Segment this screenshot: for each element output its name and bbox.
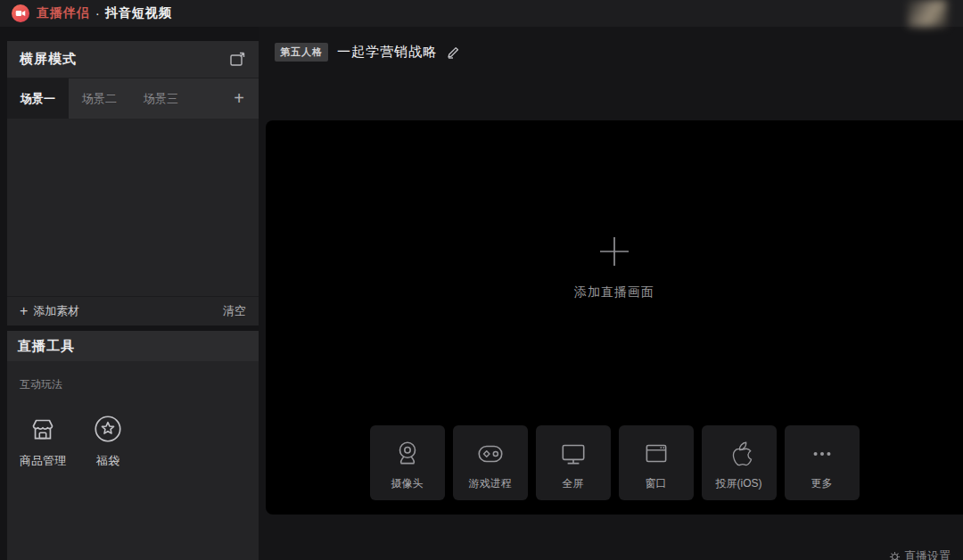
source-more-button[interactable]: 更多 (785, 425, 860, 500)
add-screen-label: 添加直播画面 (574, 284, 654, 301)
tool-label: 福袋 (96, 453, 119, 469)
source-label: 全屏 (563, 476, 584, 491)
product-name: 抖音短视频 (105, 5, 172, 21)
edit-title-icon[interactable] (446, 45, 460, 60)
lucky-bag-icon (91, 412, 125, 446)
material-actions-row: + 添加素材 清空 (7, 296, 259, 325)
scene-mode-title: 横屏模式 (20, 51, 77, 68)
interactive-play-label: 互动玩法 (20, 377, 246, 392)
add-material-label: 添加素材 (33, 303, 79, 319)
gear-icon (889, 551, 901, 560)
app-separator: · (95, 6, 100, 21)
user-avatar-blurred[interactable] (908, 0, 947, 27)
gamepad-icon (475, 439, 506, 469)
source-buttons-row: 摄像头 游戏进程 全屏 (266, 425, 963, 500)
tool-label: 商品管理 (20, 453, 66, 469)
live-tools-body: 互动玩法 商品管理 福袋 (7, 361, 259, 560)
source-label: 投屏(iOS) (716, 476, 762, 491)
source-window-button[interactable]: 窗口 (619, 425, 694, 500)
scene-tabs: 场景一 场景二 场景三 + (7, 78, 259, 119)
monitor-icon (558, 439, 588, 469)
titlebar: 直播伴侣 · 抖音短视频 (0, 0, 963, 27)
room-title: 一起学营销战略 (337, 44, 437, 61)
stage-header: 第五人格 一起学营销战略 (275, 43, 460, 62)
apple-icon (724, 439, 754, 469)
source-label: 游戏进程 (469, 476, 512, 491)
tool-product-manage[interactable]: 商品管理 (20, 412, 66, 469)
source-fullscreen-button[interactable]: 全屏 (536, 425, 611, 500)
main-stage: 第五人格 一起学营销战略 添加直播画面 摄像头 (259, 27, 963, 560)
live-tools-title: 直播工具 (18, 338, 75, 355)
source-ios-cast-button[interactable]: 投屏(iOS) (702, 425, 777, 500)
game-tag-badge: 第五人格 (275, 43, 328, 62)
source-game-process-button[interactable]: 游戏进程 (453, 425, 528, 500)
app-name: 直播伴侣 (37, 5, 90, 21)
app-logo-icon (12, 4, 29, 22)
source-label: 摄像头 (391, 476, 424, 491)
tab-scene-2[interactable]: 场景二 (69, 78, 130, 119)
scene-panel-header: 横屏模式 (7, 41, 259, 78)
clear-button[interactable]: 清空 (223, 303, 246, 319)
window-icon (641, 439, 671, 469)
empty-state[interactable]: 添加直播画面 (266, 235, 963, 301)
tab-scene-3[interactable]: 场景三 (130, 78, 192, 119)
live-settings-button[interactable]: 直播设置 (889, 548, 951, 560)
source-label: 更多 (811, 476, 833, 491)
ellipsis-icon (807, 439, 837, 469)
tab-scene-1[interactable]: 场景一 (7, 78, 69, 119)
scene-source-list (7, 119, 259, 296)
live-settings-label: 直播设置 (904, 548, 951, 560)
add-scene-button[interactable]: + (219, 78, 259, 119)
tool-lucky-bag[interactable]: 福袋 (91, 412, 125, 469)
plus-icon: + (20, 303, 28, 319)
add-material-button[interactable]: + 添加素材 (20, 303, 79, 319)
source-label: 窗口 (646, 476, 667, 491)
preview-canvas[interactable]: 添加直播画面 摄像头 游戏进程 (266, 120, 963, 515)
sidebar: 横屏模式 场景一 场景二 场景三 + + 添加素材 清空 直播工具 互动玩法 (0, 27, 259, 560)
live-tools-header: 直播工具 (7, 331, 259, 361)
webcam-icon (392, 439, 423, 469)
add-screen-plus-icon (597, 235, 631, 268)
orientation-switch-icon[interactable] (228, 51, 246, 69)
source-camera-button[interactable]: 摄像头 (370, 425, 445, 500)
store-icon (26, 412, 60, 446)
